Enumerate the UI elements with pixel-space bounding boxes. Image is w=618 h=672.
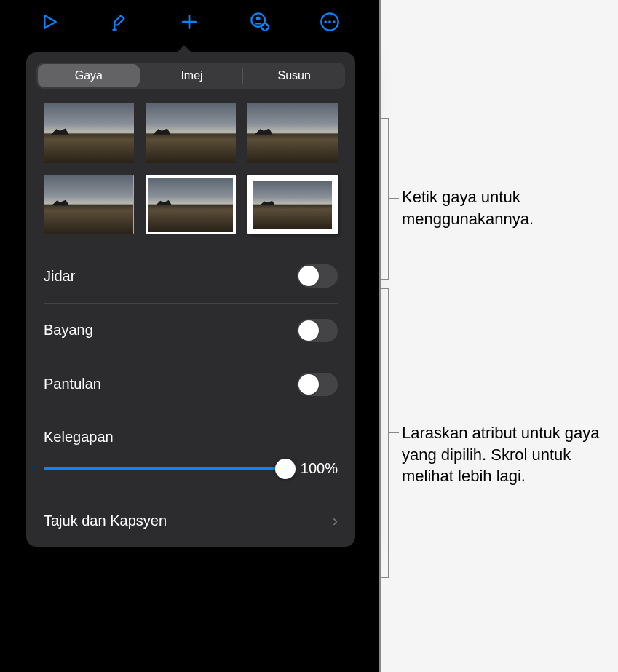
svg-point-5 bbox=[328, 20, 331, 23]
setting-border: Jidar bbox=[44, 249, 338, 303]
top-toolbar bbox=[0, 0, 379, 44]
collaborate-icon[interactable] bbox=[245, 7, 274, 36]
style-thumbnail-5[interactable] bbox=[146, 175, 236, 234]
tab-label: Gaya bbox=[75, 69, 103, 82]
shadow-toggle[interactable] bbox=[297, 319, 338, 342]
tab-arrange[interactable]: Susun bbox=[243, 63, 345, 89]
style-thumbnail-1[interactable] bbox=[44, 103, 134, 163]
callout-text-styles: Ketik gaya untuk menggunakannya. bbox=[402, 186, 606, 229]
styles-grid bbox=[26, 103, 355, 249]
opacity-slider[interactable] bbox=[44, 467, 285, 470]
format-popover: Gaya Imej Susun Jidar Bayang bbox=[26, 52, 355, 547]
play-icon[interactable] bbox=[35, 7, 64, 36]
segmented-control: Gaya Imej Susun bbox=[36, 63, 345, 89]
tab-style[interactable]: Gaya bbox=[38, 64, 140, 87]
settings-list: Jidar Bayang Pantulan Kelegapan 100% bbox=[26, 249, 355, 547]
setting-reflection: Pantulan bbox=[44, 357, 338, 411]
plus-icon[interactable] bbox=[175, 7, 204, 36]
tab-label: Susun bbox=[277, 69, 310, 82]
title-caption-label: Tajuk dan Kapsyen bbox=[44, 513, 167, 529]
tab-label: Imej bbox=[181, 69, 202, 82]
slider-knob[interactable] bbox=[275, 459, 296, 479]
setting-shadow: Bayang bbox=[44, 303, 338, 357]
reflection-toggle[interactable] bbox=[297, 373, 338, 396]
callout-line bbox=[389, 198, 399, 199]
style-thumbnail-6[interactable] bbox=[247, 175, 338, 234]
opacity-value: 100% bbox=[297, 460, 338, 477]
opacity-slider-row: 100% bbox=[44, 460, 338, 477]
more-icon[interactable] bbox=[315, 7, 344, 36]
opacity-label: Kelegapan bbox=[44, 429, 338, 446]
border-toggle[interactable] bbox=[297, 264, 338, 288]
svg-point-4 bbox=[324, 20, 327, 23]
tab-image[interactable]: Imej bbox=[141, 63, 243, 89]
brush-icon[interactable] bbox=[105, 7, 134, 36]
setting-label: Pantulan bbox=[44, 376, 101, 392]
callout-bracket bbox=[380, 288, 389, 578]
svg-point-6 bbox=[333, 20, 336, 23]
setting-label: Jidar bbox=[44, 268, 75, 285]
svg-point-1 bbox=[255, 16, 260, 20]
callout-line bbox=[389, 432, 399, 433]
callout-text-attributes: Laraskan atribut untuk gaya yang dipilih… bbox=[402, 422, 606, 487]
device-frame: Gaya Imej Susun Jidar Bayang bbox=[0, 0, 381, 672]
style-thumbnail-2[interactable] bbox=[146, 103, 236, 163]
title-caption-row[interactable]: Tajuk dan Kapsyen › bbox=[44, 499, 338, 547]
chevron-right-icon: › bbox=[333, 512, 338, 531]
style-thumbnail-3[interactable] bbox=[247, 103, 338, 163]
callout-bracket bbox=[380, 118, 389, 280]
setting-opacity: Kelegapan 100% bbox=[44, 411, 338, 484]
setting-label: Bayang bbox=[44, 322, 93, 339]
style-thumbnail-4[interactable] bbox=[44, 175, 134, 234]
